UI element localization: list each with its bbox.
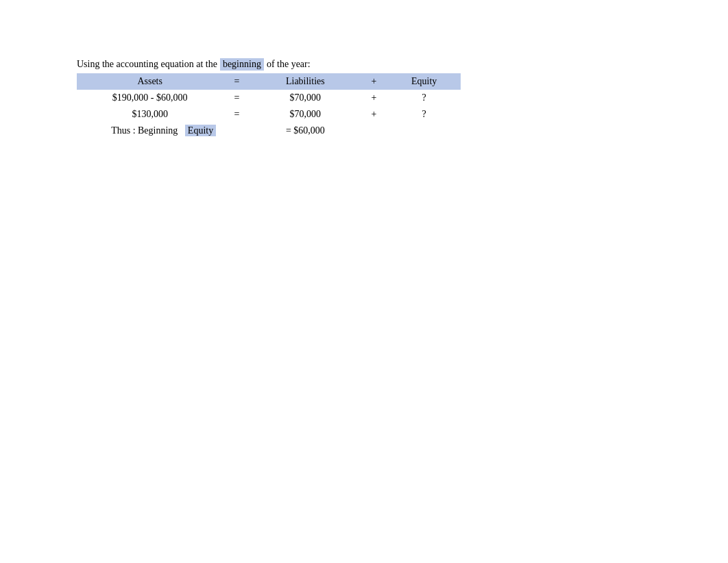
row1-plus: + [360,90,387,106]
row1-assets: $190,000 - $60,000 [77,90,223,106]
row2-assets: $130,000 [77,106,223,123]
header-row: Assets = Liabilities + Equity [77,73,461,90]
conclusion-result: = $60,000 [250,123,360,139]
intro-text-after: of the year: [267,59,311,70]
conclusion-label: Thus : Beginning Equity [77,123,250,139]
row1-equals: = [223,90,250,106]
header-equity: Equity [387,73,461,90]
row2-equity: ? [387,106,461,123]
content-area: Using the accounting equation at the beg… [77,58,461,139]
header-assets: Assets [77,73,223,90]
row1-liabilities: $70,000 [250,90,360,106]
intro-text-before: Using the accounting equation at the [77,59,217,70]
data-row-2: $130,000 = $70,000 + ? [77,106,461,123]
conclusion-equity-empty [387,123,461,139]
row1-equity: ? [387,90,461,106]
intro-highlighted-word: beginning [220,58,264,71]
header-equals: = [223,73,250,90]
conclusion-row: Thus : Beginning Equity = $60,000 [77,123,461,139]
conclusion-text: Thus : Beginning [111,125,178,136]
header-liabilities: Liabilities [250,73,360,90]
row2-equals: = [223,106,250,123]
data-row-1: $190,000 - $60,000 = $70,000 + ? [77,90,461,106]
conclusion-equity-label: Equity [185,125,216,136]
row2-plus: + [360,106,387,123]
intro-line: Using the accounting equation at the beg… [77,58,461,71]
equation-table: Assets = Liabilities + Equity $190,000 -… [77,73,461,139]
conclusion-plus-empty [360,123,387,139]
row2-liabilities: $70,000 [250,106,360,123]
header-plus: + [360,73,387,90]
